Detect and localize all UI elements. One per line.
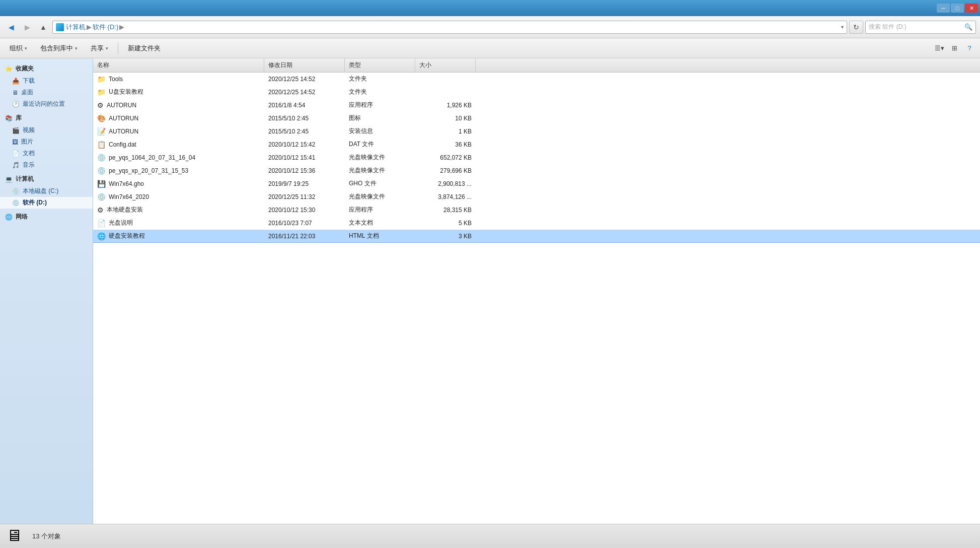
table-row[interactable]: 💿 pe_yqs_xp_20_07_31_15_53 2020/10/12 15…	[93, 164, 980, 177]
file-name: Win7x64.gho	[109, 180, 144, 187]
share-label: 共享	[91, 44, 104, 53]
help-button[interactable]: ?	[963, 42, 976, 54]
file-name-cell: 💿 pe_yqs_xp_20_07_31_15_53	[93, 164, 264, 177]
table-row[interactable]: 📁 Tools 2020/12/25 14:52 文件夹	[93, 73, 980, 86]
file-icon: 📄	[97, 219, 106, 227]
file-type-cell: 应用程序	[345, 99, 415, 111]
file-type-cell: 安装信息	[345, 125, 415, 138]
table-row[interactable]: 🎨 AUTORUN 2015/5/10 2:45 图标 10 KB	[93, 112, 980, 125]
new-folder-label: 新建文件夹	[128, 44, 161, 53]
table-row[interactable]: 💿 Win7x64_2020 2020/12/25 11:32 光盘映像文件 3…	[93, 190, 980, 203]
sidebar-item-recent[interactable]: 🕐 最近访问的位置	[0, 98, 93, 110]
file-size-cell: 2,900,813 ...	[415, 177, 476, 190]
file-icon: 📋	[97, 141, 106, 149]
table-row[interactable]: 📝 AUTORUN 2015/5/10 2:45 安装信息 1 KB	[93, 125, 980, 138]
address-drive[interactable]: 软件 (D:)	[93, 23, 118, 32]
minimize-button[interactable]: ─	[937, 4, 950, 13]
file-type-cell: 文件夹	[345, 73, 415, 85]
table-row[interactable]: ⚙ AUTORUN 2016/1/8 4:54 应用程序 1,926 KB	[93, 99, 980, 112]
file-name-cell: ⚙ 本地硬盘安装	[93, 203, 264, 216]
address-dropdown-arrow[interactable]: ▾	[841, 24, 844, 30]
file-icon: 💾	[97, 180, 106, 188]
table-row[interactable]: 💿 pe_yqs_1064_20_07_31_16_04 2020/10/12 …	[93, 151, 980, 164]
file-name-cell: ⚙ AUTORUN	[93, 99, 264, 111]
refresh-button[interactable]: ↻	[849, 21, 863, 34]
up-button[interactable]: ▲	[36, 20, 50, 34]
sidebar-item-pictures[interactable]: 🖼 图片	[0, 136, 93, 148]
network-label: 网络	[16, 213, 28, 221]
preview-pane-button[interactable]: ⊞	[948, 42, 961, 54]
documents-icon: 📄	[12, 150, 20, 157]
file-icon: 💿	[97, 154, 106, 162]
file-type-cell: 文本文档	[345, 217, 415, 229]
pictures-label: 图片	[21, 138, 33, 146]
file-size-cell: 28,315 KB	[415, 203, 476, 216]
table-row[interactable]: 🌐 硬盘安装教程 2016/11/21 22:03 HTML 文档 3 KB	[93, 230, 980, 243]
statusbar-count: 13 个对象	[32, 532, 61, 541]
file-icon: 💿	[97, 167, 106, 175]
search-box[interactable]: 搜索 软件 (D:) 🔍	[865, 21, 976, 34]
sidebar-item-disk-d[interactable]: 💿 软件 (D:)	[0, 197, 93, 209]
table-row[interactable]: 📁 U盘安装教程 2020/12/25 14:52 文件夹	[93, 86, 980, 99]
file-name: AUTORUN	[107, 102, 136, 109]
sidebar-item-desktop[interactable]: 🖥 桌面	[0, 87, 93, 98]
col-header-name[interactable]: 名称	[93, 58, 264, 72]
sidebar-item-disk-c[interactable]: 💿 本地磁盘 (C:)	[0, 185, 93, 197]
file-type-cell: 图标	[345, 112, 415, 124]
table-row[interactable]: 📋 Config.dat 2020/10/12 15:42 DAT 文件 36 …	[93, 138, 980, 151]
sidebar: ⭐ 收藏夹 📥 下载 🖥 桌面 🕐 最近访问的位置 📚 库	[0, 58, 93, 524]
file-name-cell: 💾 Win7x64.gho	[93, 177, 264, 190]
computer-icon: 💻	[5, 176, 13, 183]
file-date-cell: 2016/11/21 22:03	[264, 230, 345, 242]
new-folder-button[interactable]: 新建文件夹	[122, 41, 166, 55]
toolbar: 组织 ▾ 包含到库中 ▾ 共享 ▾ 新建文件夹 ☰▾ ⊞ ?	[0, 38, 980, 58]
statusbar-app-icon: 🖥	[6, 526, 26, 546]
col-header-date[interactable]: 修改日期	[264, 58, 345, 72]
pictures-icon: 🖼	[12, 139, 18, 146]
address-computer[interactable]: 计算机	[66, 23, 86, 32]
close-button[interactable]: ✕	[965, 4, 978, 13]
include-library-button[interactable]: 包含到库中 ▾	[35, 41, 83, 55]
file-name-cell: 📁 Tools	[93, 73, 264, 85]
sidebar-item-documents[interactable]: 📄 文档	[0, 148, 93, 159]
col-header-type[interactable]: 类型	[345, 58, 415, 72]
file-date-cell: 2020/12/25 11:32	[264, 190, 345, 203]
sidebar-item-music[interactable]: 🎵 音乐	[0, 159, 93, 171]
file-date-cell: 2020/10/12 15:42	[264, 138, 345, 151]
include-label: 包含到库中	[40, 44, 73, 53]
file-name-cell: 🌐 硬盘安装教程	[93, 230, 264, 242]
statusbar: 🖥 13 个对象	[0, 524, 980, 548]
forward-button[interactable]: ▶	[20, 20, 34, 34]
file-date-cell: 2016/10/23 7:07	[264, 217, 345, 229]
sidebar-item-downloads[interactable]: 📥 下载	[0, 75, 93, 87]
search-placeholder-text: 搜索 软件 (D:)	[869, 23, 907, 31]
share-button[interactable]: 共享 ▾	[85, 41, 114, 55]
toolbar-separator	[118, 43, 118, 54]
table-row[interactable]: 📄 光盘说明 2016/10/23 7:07 文本文档 5 KB	[93, 217, 980, 230]
network-header[interactable]: 🌐 网络	[0, 211, 93, 223]
search-icon[interactable]: 🔍	[964, 23, 972, 31]
col-header-size[interactable]: 大小	[415, 58, 476, 72]
library-icon: 📚	[5, 115, 13, 122]
favorites-header[interactable]: ⭐ 收藏夹	[0, 62, 93, 75]
address-sep-2: ▶	[119, 23, 124, 31]
table-row[interactable]: ⚙ 本地硬盘安装 2020/10/12 15:30 应用程序 28,315 KB	[93, 203, 980, 217]
file-name: U盘安装教程	[109, 88, 143, 96]
computer-header[interactable]: 💻 计算机	[0, 173, 93, 185]
file-icon: ⚙	[97, 206, 104, 214]
file-name: pe_yqs_1064_20_07_31_16_04	[109, 154, 195, 161]
back-button[interactable]: ◀	[4, 20, 18, 34]
address-box[interactable]: 计算机 ▶ 软件 (D:) ▶ ▾	[52, 21, 847, 34]
file-icon: 🌐	[97, 232, 106, 240]
file-name: pe_yqs_xp_20_07_31_15_53	[109, 167, 188, 174]
column-headers: 名称 修改日期 类型 大小	[93, 58, 980, 73]
file-size-cell: 652,072 KB	[415, 151, 476, 164]
sidebar-item-video[interactable]: 🎬 视频	[0, 124, 93, 136]
library-header[interactable]: 📚 库	[0, 112, 93, 124]
organize-button[interactable]: 组织 ▾	[4, 41, 33, 55]
music-icon: 🎵	[12, 162, 20, 169]
file-name: Config.dat	[109, 141, 136, 148]
table-row[interactable]: 💾 Win7x64.gho 2019/9/7 19:25 GHO 文件 2,90…	[93, 177, 980, 190]
maximize-button[interactable]: □	[951, 4, 964, 13]
view-options-button[interactable]: ☰▾	[933, 42, 946, 54]
